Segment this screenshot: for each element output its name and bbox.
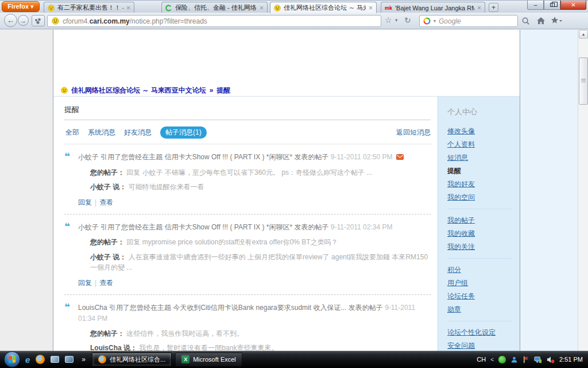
start-button[interactable] <box>4 351 20 367</box>
sidebar-item-my-follows[interactable]: 我的关注 <box>447 240 515 254</box>
close-icon[interactable]: × <box>260 5 264 12</box>
sidebar-item-my-posts[interactable]: 我的帖子 <box>447 214 515 227</box>
taskbar-button-firefox[interactable]: 佳礼网络社区综合... <box>92 352 172 366</box>
author-name[interactable]: 小蚊子 <box>78 223 99 231</box>
messenger-tray-icon[interactable] <box>510 356 518 363</box>
close-icon[interactable]: × <box>126 5 130 12</box>
sayer-label: 小蚊子 说： <box>90 183 126 191</box>
search-box[interactable]: ▾ Google <box>419 15 518 27</box>
filter-system-messages[interactable]: 系统消息 <box>88 128 115 137</box>
firefox-menu-button[interactable]: Firefox ▾ <box>2 1 40 12</box>
breadcrumb-separator: » <box>210 86 214 94</box>
search-icon[interactable] <box>521 17 530 25</box>
recent-pages-button[interactable] <box>32 15 45 26</box>
sidebar-item-my-favorites[interactable]: 我的收藏 <box>447 227 515 240</box>
taskbar-button-excel[interactable]: X Microsoft Excel <box>175 352 242 366</box>
sidebar-item-notices-current[interactable]: 提醒 <box>447 164 515 178</box>
forward-button[interactable]: → <box>18 15 29 26</box>
sidebar-item-my-friends[interactable]: 我的好友 <box>447 178 515 191</box>
antivirus-tray-icon[interactable] <box>498 356 506 363</box>
restore-button[interactable] <box>544 1 560 10</box>
tab-secondhand-furniture[interactable]: 有二手家私要出售！！ - 槟城论坛 - ... × <box>44 2 134 13</box>
tray-expand-chevron-icon[interactable]: < <box>490 356 494 363</box>
close-icon[interactable]: × <box>369 5 373 12</box>
back-button[interactable]: ← <box>4 14 17 27</box>
firefox-icon <box>98 355 106 363</box>
flag-tray-icon[interactable] <box>523 356 529 363</box>
sidebar-item-medals[interactable]: 勋章 <box>447 303 515 316</box>
show-desktop-icon[interactable] <box>51 356 59 363</box>
filter-post-messages-active[interactable]: 帖子消息(1) <box>160 126 207 139</box>
url-text: cforum4.cari.com.my/notice.php?filter=th… <box>63 17 207 25</box>
personal-center-sidebar: 个人中心 修改头像 个人资料 短消息 提醒 我的好友 我的空间 我的帖子 我的收… <box>438 97 520 368</box>
home-icon[interactable] <box>536 16 546 25</box>
browser-viewport: 佳礼网络社区综合论坛 ～ 马来西亚中文论坛 » 提醒 提醒 全部 系统消息 好友… <box>0 30 588 368</box>
main-row: 提醒 全部 系统消息 好友消息 帖子消息(1) 返回短消息 ❝ 小蚊子 <box>53 97 520 368</box>
toolbar-overflow-chevron-icon[interactable]: » <box>82 355 86 363</box>
search-placeholder: Google <box>439 17 461 25</box>
sidebar-item-my-space[interactable]: 我的空间 <box>447 191 515 204</box>
sidebar-item-usergroup[interactable]: 用户组 <box>447 277 515 290</box>
sidebar-item-personalization[interactable]: 论坛个性化设定 <box>447 326 515 339</box>
clock[interactable]: 2:51 PM <box>559 356 583 363</box>
quote-icon: ❝ <box>64 222 78 288</box>
close-window-button[interactable]: ✕ <box>560 1 586 10</box>
scrollbar-thumb[interactable] <box>579 57 588 105</box>
quote-icon: ❝ <box>64 152 78 208</box>
search-engine-dropdown-icon[interactable]: ▾ <box>434 18 436 24</box>
author-name[interactable]: LouisCha <box>78 304 107 312</box>
breadcrumb-current: 提醒 <box>216 86 230 95</box>
reply-link[interactable]: 回复 <box>78 198 92 206</box>
says-label: 说： <box>113 183 126 191</box>
firefox-icon[interactable] <box>36 355 45 364</box>
volume-tray-icon[interactable] <box>547 356 555 363</box>
your-post-label: 您的帖子： <box>90 238 125 246</box>
notification-item: ❝ 小蚊子 引用了您曾经在主题 信用卡大Show Off !!! ( PART … <box>64 144 432 208</box>
author-name[interactable]: 小蚊子 <box>78 153 99 161</box>
new-tab-button[interactable]: + <box>489 3 498 12</box>
return-to-pm-link[interactable]: 返回短消息 <box>396 128 431 137</box>
sidebar-item-credits[interactable]: 积分 <box>447 263 515 277</box>
smiley-favicon-icon <box>274 5 281 12</box>
tab-cari-forum-active[interactable]: 佳礼网络社区综合论坛 ～ 马来西亚中... × <box>270 2 377 13</box>
close-icon[interactable]: × <box>477 5 481 12</box>
filter-friend-messages[interactable]: 好友消息 <box>124 128 152 137</box>
google-logo-icon[interactable] <box>423 17 431 25</box>
filter-all[interactable]: 全部 <box>65 128 79 137</box>
tab-insurance-finance[interactable]: 保险、信托、金融 - 佳礼网络社区综合... × <box>161 2 268 13</box>
network-tray-icon[interactable] <box>534 356 542 363</box>
reply-link[interactable]: 回复 <box>78 279 92 287</box>
bookmarks-menu-icon[interactable] <box>550 16 563 25</box>
notification-body: 小蚊子 引用了您曾经在主题 信用卡大Show Off !!! ( PART IX… <box>78 152 432 208</box>
taskbar-button-label: Microsoft Excel <box>193 356 236 363</box>
scroll-up-button[interactable]: ▲ <box>579 30 588 39</box>
language-indicator[interactable]: CH <box>477 356 486 363</box>
sidebar-item-profile[interactable]: 个人资料 <box>447 138 515 151</box>
view-link[interactable]: 查看 <box>99 198 113 206</box>
sidebar-divider <box>447 258 512 259</box>
windows-taskbar: e » 佳礼网络社区综合... X Microsoft Excel CH < 2… <box>0 351 588 368</box>
url-path: /notice.php?filter=threads <box>130 17 207 25</box>
view-link[interactable]: 查看 <box>99 279 113 287</box>
tab-title: 保险、信托、金融 - 佳礼网络社区综合... <box>175 3 257 12</box>
sidebar-item-private-messages[interactable]: 短消息 <box>447 151 515 164</box>
tab-bajet-news[interactable]: mk 'Bajet Wang Luar Jangka RM1.4 bilion.… <box>381 2 485 13</box>
breadcrumb-forum-link[interactable]: 佳礼网络社区综合论坛 ～ 马来西亚中文论坛 <box>71 86 206 95</box>
url-bar[interactable]: cforum4.cari.com.my/notice.php?filter=th… <box>47 15 381 27</box>
url-subdomain: cforum4. <box>63 17 90 25</box>
reload-button[interactable]: ↻ <box>404 16 411 24</box>
notifications-panel: 提醒 全部 系统消息 好友消息 帖子消息(1) 返回短消息 ❝ 小蚊子 <box>53 97 438 368</box>
internet-explorer-icon[interactable]: e <box>25 355 30 365</box>
notification-header: LouisCha 引用了您曾经在主题 今天收到Citi信用卡说Bank nega… <box>78 302 432 324</box>
page-scrollbar[interactable]: ▲ <box>578 30 588 368</box>
sayer-name: 小蚊子 <box>90 253 111 261</box>
bookmark-star-icon[interactable]: ☆ <box>385 16 392 24</box>
bookmark-dropdown-icon[interactable]: ▾ <box>395 18 398 23</box>
firefox-menu-label: Firefox <box>7 3 29 10</box>
remote-desktop-icon[interactable] <box>65 356 74 363</box>
chevron-down-icon: ▾ <box>30 3 34 10</box>
sidebar-item-change-avatar[interactable]: 修改头像 <box>447 125 515 138</box>
sidebar-item-forum-tasks[interactable]: 论坛任务 <box>447 290 515 303</box>
minimize-button[interactable]: – <box>527 1 544 10</box>
your-post-label: 您的帖子： <box>90 329 125 338</box>
